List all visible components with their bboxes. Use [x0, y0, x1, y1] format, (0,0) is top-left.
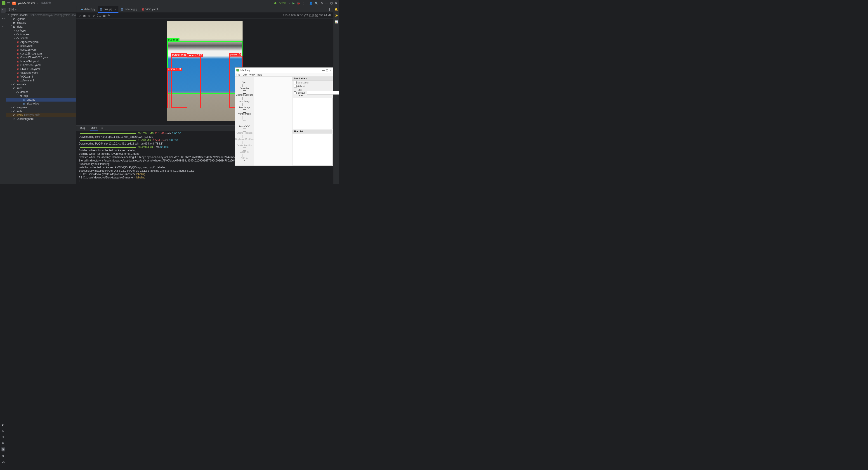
- tab-zidane-jpg[interactable]: ▤zidane.jpg: [119, 6, 139, 13]
- file-list[interactable]: [293, 134, 333, 165]
- tree-item-images[interactable]: ›images: [6, 32, 76, 36]
- labelimg-tool-pascalvoc[interactable]: PascalVOC: [239, 122, 250, 128]
- zoom-11[interactable]: 1:1: [97, 14, 101, 17]
- tree-item-argoverse-yaml[interactable]: Argoverse.yaml: [6, 40, 76, 44]
- hamburger-icon[interactable]: [7, 2, 10, 4]
- sidebar-header[interactable]: 项目: [6, 6, 76, 13]
- tree-item--github[interactable]: ›.github: [6, 17, 76, 21]
- tree-item-segment[interactable]: ›segment: [6, 106, 76, 109]
- minimize-icon[interactable]: —: [322, 69, 324, 71]
- default-label-input[interactable]: [307, 91, 339, 94]
- tree-item-hyps[interactable]: ›hyps: [6, 29, 76, 32]
- tree-item-utils[interactable]: ›utils: [6, 109, 76, 113]
- tree-item-runs[interactable]: ˅runs: [6, 86, 76, 90]
- tree-item-coco128-yaml[interactable]: coco128.yaml: [6, 48, 76, 52]
- tree-item-data[interactable]: ˅data: [6, 25, 76, 29]
- search-icon[interactable]: 🔍: [315, 2, 318, 5]
- labelimg-tool-open[interactable]: Open: [242, 78, 247, 84]
- labelimg-tool-next-image[interactable]: Next Image: [239, 96, 250, 103]
- maximize-icon[interactable]: ▢: [330, 2, 333, 5]
- debug-button[interactable]: 🐞: [297, 2, 300, 5]
- tree-item-sku-110k-yaml[interactable]: SKU-110K.yaml: [6, 67, 76, 71]
- edit-label-check[interactable]: [293, 81, 297, 84]
- project-name[interactable]: yolov5-master: [18, 2, 35, 5]
- chevron-down-icon[interactable]: [53, 3, 55, 4]
- terminal-tab-local[interactable]: 本地: [90, 126, 98, 131]
- box-labels-list[interactable]: [293, 98, 333, 129]
- project-tool-icon[interactable]: 🗀: [1, 8, 6, 13]
- run-button[interactable]: ▶: [292, 2, 294, 5]
- default-label-check[interactable]: [293, 91, 297, 94]
- chevron-down-icon[interactable]: [288, 3, 290, 4]
- labelimg-menubar[interactable]: FileEditViewHelp: [235, 72, 333, 77]
- stats-icon[interactable]: 📊: [335, 20, 338, 24]
- close-tab-icon[interactable]: ×: [115, 8, 116, 11]
- tree-item-coco-yaml[interactable]: coco.yaml: [6, 44, 76, 48]
- notifications-icon[interactable]: 🔔: [335, 8, 338, 11]
- minimize-icon[interactable]: —: [325, 2, 328, 5]
- ai-assistant-icon[interactable]: ✨: [335, 14, 338, 17]
- close-icon[interactable]: ✕: [335, 2, 337, 5]
- labelimg-menu-view[interactable]: View: [249, 73, 255, 76]
- tree-item-exp[interactable]: ˅exp: [6, 94, 76, 98]
- tree-item-imagenet-yaml[interactable]: ImageNet.yaml: [6, 59, 76, 63]
- difficult-row[interactable]: difficult: [292, 84, 333, 88]
- gear-icon[interactable]: ⚙: [320, 2, 323, 5]
- labelimg-menu-help[interactable]: Help: [257, 73, 262, 76]
- collaborate-icon[interactable]: 👤: [309, 2, 313, 5]
- labelimg-canvas[interactable]: [254, 77, 292, 166]
- maximize-icon[interactable]: ▢: [326, 69, 328, 72]
- fit-icon[interactable]: ⤢: [79, 14, 81, 17]
- labelimg-window[interactable]: labelImg — ▢ ✕ FileEditViewHelp OpenOpen…: [235, 67, 333, 166]
- tree-item-globalwheat2020-yaml[interactable]: GlobalWheat2020.yaml: [6, 55, 76, 59]
- run-config-name[interactable]: detect: [279, 2, 286, 5]
- tree-item-coco128-seg-yaml[interactable]: coco128-seg.yaml: [6, 52, 76, 55]
- chevron-down-icon[interactable]: [37, 3, 39, 4]
- labelimg-titlebar[interactable]: labelImg — ▢ ✕: [235, 68, 333, 72]
- tree-item-yolov5-master[interactable]: ˅yolov5-masterC:\Users\daowuya\Desktop\y…: [6, 13, 76, 17]
- tree-item-venv[interactable]: ›venvlibrary根目录: [6, 113, 76, 117]
- grid-icon[interactable]: ▦: [103, 14, 105, 17]
- tree-item-scripts[interactable]: ›scripts: [6, 36, 76, 40]
- tree-item-models[interactable]: ›models: [6, 82, 76, 86]
- tree-item-bus-jpg[interactable]: bus.jpg: [6, 98, 76, 101]
- bbox-label: person 0: [229, 53, 242, 56]
- labelimg-expand-icon[interactable]: ˅: [244, 160, 245, 163]
- tree-item-detect[interactable]: ˅detect: [6, 90, 76, 94]
- chevron-down-icon[interactable]: [15, 9, 17, 10]
- close-icon[interactable]: ✕: [330, 69, 332, 72]
- tab-bus-jpg[interactable]: ▤bus.jpg×: [98, 6, 119, 13]
- terminal-tab-main[interactable]: 终端: [79, 126, 87, 131]
- labelimg-side-panels: Box Labels Edit Label difficult Use defa…: [292, 77, 333, 166]
- tree-item--dockerignore[interactable]: ⊘.dockerignore: [6, 117, 76, 121]
- more-tools-icon[interactable]: ⋯: [1, 24, 6, 29]
- close-terminal-tab-icon[interactable]: ×: [101, 127, 103, 130]
- labelimg-tool-open-dir[interactable]: Open Dir: [240, 84, 249, 90]
- tree-item-voc-yaml[interactable]: VOC.yaml: [6, 75, 76, 79]
- vcs-dropdown[interactable]: 版本控制: [40, 1, 51, 5]
- labelimg-tool-verify-image[interactable]: Verify Image: [238, 109, 251, 115]
- difficult-check[interactable]: [293, 85, 297, 88]
- more-icon[interactable]: ⋮: [303, 2, 305, 5]
- labelimg-tool-change-save-dir[interactable]: Change Save Dir: [236, 90, 253, 96]
- structure-tool-icon[interactable]: ∘∘: [1, 16, 6, 21]
- tree-item-zidane-jpg[interactable]: zidane.jpg: [6, 101, 76, 106]
- tree-item-xview-yaml[interactable]: xView.yaml: [6, 79, 76, 82]
- crop-icon[interactable]: ▣: [83, 14, 86, 17]
- project-tree[interactable]: ˅yolov5-masterC:\Users\daowuya\Desktop\y…: [6, 13, 76, 184]
- tab-list-icon[interactable]: ⋮: [328, 8, 331, 11]
- tree-item-objects365-yaml[interactable]: Objects365.yaml: [6, 63, 76, 67]
- default-label-text: Use default label: [298, 89, 305, 97]
- tab-detect-py[interactable]: ◆detect.py: [79, 6, 98, 13]
- zoom-in-icon[interactable]: ⊕: [88, 14, 90, 17]
- color-picker-icon[interactable]: ✎: [108, 14, 110, 17]
- tree-item-visdrone-yaml[interactable]: VisDrone.yaml: [6, 71, 76, 75]
- tree-item-classify[interactable]: ›classify: [6, 21, 76, 25]
- labelimg-menu-file[interactable]: File: [237, 73, 241, 76]
- tab-VOC-yaml[interactable]: ▣VOC.yaml: [139, 6, 160, 13]
- default-label-row[interactable]: Use default label: [292, 88, 333, 97]
- labelimg-menu-edit[interactable]: Edit: [243, 73, 247, 76]
- labelimg-tool-prev-image[interactable]: Prev Image: [239, 103, 250, 109]
- zoom-out-icon[interactable]: ⊖: [92, 14, 95, 17]
- edit-label-row[interactable]: Edit Label: [292, 81, 333, 84]
